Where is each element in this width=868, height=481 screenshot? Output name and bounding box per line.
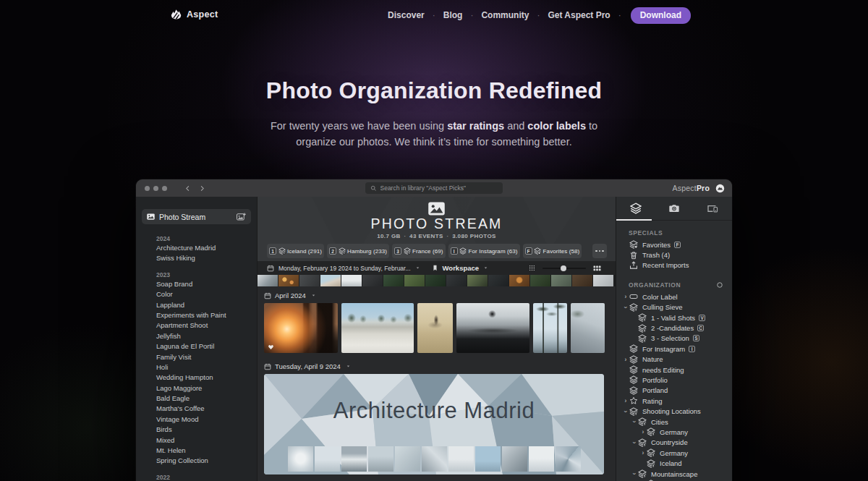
panel-row[interactable]: › For Instagram I <box>616 344 732 354</box>
nav-link[interactable]: Discover <box>388 10 425 20</box>
section-caret-icon[interactable] <box>311 293 316 298</box>
library-row[interactable]: Bald Eagle <box>136 393 257 404</box>
photo-thumbnail[interactable] <box>417 303 453 353</box>
cover-thumbnail[interactable] <box>556 446 581 472</box>
library-row[interactable]: Holi <box>136 362 257 373</box>
filmstrip-thumbnail[interactable] <box>299 275 320 286</box>
event-cover-architecture-madrid[interactable]: Architecture Madrid <box>264 374 604 474</box>
filmstrip-thumbnail[interactable] <box>551 275 571 286</box>
panel-row[interactable]: › Trash (4) <box>616 250 732 260</box>
library-row[interactable]: Apartment Shoot <box>136 320 257 331</box>
small-thumbnails-icon[interactable] <box>529 265 535 271</box>
library-row[interactable]: Soap Brand <box>136 279 257 289</box>
brand[interactable]: Aspect <box>171 9 218 20</box>
workspace-select[interactable]: Workspace <box>443 264 480 272</box>
slider-knob[interactable] <box>561 265 566 271</box>
panel-row[interactable]: › Nature <box>616 354 732 365</box>
row-chevron-icon[interactable]: › <box>639 449 647 456</box>
workspace-caret-icon[interactable] <box>483 265 488 271</box>
row-chevron-icon[interactable]: › <box>622 293 629 300</box>
library-row[interactable]: Mixed <box>136 435 257 446</box>
filmstrip-thumbnail[interactable] <box>362 275 383 286</box>
row-chevron-icon[interactable]: › <box>631 470 638 477</box>
panel-row[interactable]: › 3 - Selection S <box>616 333 732 344</box>
filmstrip-thumbnail[interactable] <box>593 275 613 286</box>
photo-thumbnail[interactable] <box>264 303 338 353</box>
panel-row[interactable]: › Countryside <box>616 438 732 448</box>
filmstrip-thumbnail[interactable] <box>320 275 341 286</box>
photo-thumbnail[interactable] <box>533 303 567 353</box>
library-row[interactable]: Spring Collection <box>136 456 257 466</box>
panel-row[interactable]: › Iceland <box>616 458 732 468</box>
smart-album-chip[interactable]: F Favorites (58) <box>523 244 582 258</box>
panel-row[interactable]: › Germany <box>616 427 732 437</box>
cover-thumbnail[interactable] <box>529 446 554 472</box>
library-row[interactable]: Laguna de El Portil <box>136 341 257 352</box>
panel-row[interactable]: › Germany <box>616 448 732 458</box>
filmstrip-thumbnail[interactable] <box>446 275 467 286</box>
library-row[interactable]: 2023 <box>136 271 257 279</box>
filmstrip-thumbnail[interactable] <box>278 275 299 286</box>
forward-icon[interactable] <box>199 185 205 192</box>
photo-stream-header[interactable]: Photo Stream <box>142 209 251 224</box>
tab-devices[interactable] <box>694 203 732 214</box>
stream-scroll-area[interactable]: April 2024 <box>258 286 616 481</box>
row-chevron-icon[interactable]: › <box>622 408 629 415</box>
library-row[interactable]: Experiments with Paint <box>136 310 257 320</box>
library-row[interactable]: Mt. Helen <box>136 446 257 456</box>
photo-thumbnail[interactable] <box>341 303 414 353</box>
panel-row[interactable]: › Mountainscape <box>616 469 732 479</box>
tab-camera[interactable] <box>655 203 693 214</box>
zoom-window-button[interactable] <box>162 186 167 191</box>
library-row[interactable]: Wedding Hampton <box>136 373 257 383</box>
large-thumbnails-icon[interactable] <box>593 265 601 271</box>
panel-row[interactable]: › Favorites F <box>616 239 732 250</box>
filmstrip-thumbnail[interactable] <box>383 275 404 286</box>
library-row[interactable]: Color <box>136 289 257 299</box>
photo-thumbnail[interactable] <box>456 303 529 353</box>
row-chevron-icon[interactable]: › <box>631 439 638 446</box>
download-button[interactable]: Download <box>631 7 691 24</box>
nav-link[interactable]: Community <box>481 10 529 20</box>
cover-thumbnail[interactable] <box>422 446 447 472</box>
minimize-window-button[interactable] <box>153 186 158 191</box>
library-row[interactable]: Family Visit <box>136 352 257 362</box>
smart-album-chip[interactable]: 2 Hamburg (233) <box>327 244 389 258</box>
cover-thumbnail[interactable] <box>502 446 527 472</box>
cover-thumbnail[interactable] <box>475 446 501 472</box>
smart-album-chip[interactable]: 1 Iceland (291) <box>267 244 324 258</box>
library-row[interactable]: Jellyfish <box>136 331 257 341</box>
library-row[interactable]: 2024 <box>136 234 257 243</box>
cover-thumbnail[interactable] <box>395 446 420 472</box>
search-input[interactable]: Search in library "Aspect Picks" <box>365 182 503 194</box>
nav-link[interactable]: Get Aspect Pro <box>548 10 610 20</box>
photo-thumbnail[interactable] <box>571 303 605 353</box>
filmstrip-thumbnail[interactable] <box>258 275 278 286</box>
cover-thumbnail[interactable] <box>288 446 313 472</box>
panel-row[interactable]: › Portfolio <box>616 375 732 385</box>
date-caret-icon[interactable] <box>415 265 420 271</box>
cover-thumbnail[interactable] <box>315 446 340 472</box>
panel-row[interactable]: › Culling Sieve <box>616 302 732 312</box>
row-chevron-icon[interactable]: › <box>622 356 629 363</box>
cover-thumbnail[interactable] <box>448 446 474 472</box>
organization-settings-icon[interactable] <box>716 281 723 289</box>
smart-album-chip[interactable]: 3 France (69) <box>392 244 445 258</box>
row-chevron-icon[interactable]: › <box>631 418 638 425</box>
tab-collections[interactable] <box>616 203 655 214</box>
library-row[interactable]: Lappland <box>136 300 257 310</box>
filmstrip-thumbnail[interactable] <box>425 275 446 286</box>
row-chevron-icon[interactable]: › <box>622 304 629 311</box>
filmstrip-thumbnail[interactable] <box>488 275 509 286</box>
library-row[interactable]: Architecture Madrid <box>136 243 257 253</box>
panel-row[interactable]: › Cities <box>616 417 732 427</box>
row-chevron-icon[interactable]: › <box>639 428 647 435</box>
cover-thumbnail[interactable] <box>341 446 367 472</box>
filmstrip-thumbnail[interactable] <box>509 275 529 286</box>
filmstrip-thumbnail[interactable] <box>530 275 550 286</box>
close-window-button[interactable] <box>145 186 150 191</box>
panel-scroll[interactable]: SPECIALS › Favorites F › <box>616 221 732 481</box>
back-icon[interactable] <box>184 185 191 192</box>
filmstrip-thumbnail[interactable] <box>467 275 488 286</box>
panel-row[interactable]: › Rating <box>616 396 732 406</box>
